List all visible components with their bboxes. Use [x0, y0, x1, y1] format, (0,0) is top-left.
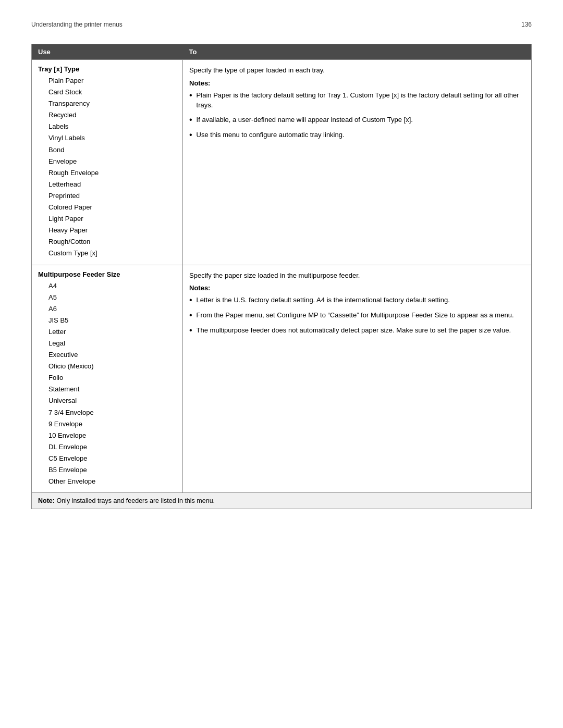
notes-label-2: Notes: [189, 284, 525, 292]
table-row-2: Multipurpose Feeder SizeA4A5A6JIS B5Lett… [32, 265, 532, 493]
list-item: DL Envelope [38, 441, 176, 453]
left-cell-1: Tray [x] TypePlain PaperCard StockTransp… [32, 60, 183, 265]
left-cell-2: Multipurpose Feeder SizeA4A5A6JIS B5Lett… [32, 265, 183, 493]
col1-header: Use [32, 44, 183, 60]
list-item: A5 [38, 292, 176, 303]
main-table: Use To Tray [x] TypePlain PaperCard Stoc… [31, 44, 532, 509]
list-item: Other Envelope [38, 476, 176, 487]
row-label-2: Multipurpose Feeder Size [38, 270, 176, 278]
list-item: Light Paper [38, 213, 176, 225]
list-item: Rough Envelope [38, 167, 176, 179]
list-item: A6 [38, 303, 176, 315]
list-item: The multipurpose feeder does not automat… [189, 325, 525, 336]
list-item: 9 Envelope [38, 418, 176, 430]
list-item: Rough/Cotton [38, 236, 176, 248]
right-cell-2: Specify the paper size loaded in the mul… [183, 265, 532, 493]
list-item: 10 Envelope [38, 430, 176, 441]
list-item: Use this menu to configure automatic tra… [189, 130, 525, 141]
list-item: Colored Paper [38, 202, 176, 213]
header-left: Understanding the printer menus [31, 21, 123, 28]
list-item: Transparency [38, 98, 176, 109]
list-item: Custom Type [x] [38, 248, 176, 259]
list-item: Letterhead [38, 179, 176, 190]
list-item: From the Paper menu, set Configure MP to… [189, 310, 525, 321]
list-item: Folio [38, 372, 176, 384]
list-item: C5 Envelope [38, 453, 176, 464]
right-cell-1: Specify the type of paper loaded in each… [183, 60, 532, 265]
list-item: JIS B5 [38, 315, 176, 326]
row-label-1: Tray [x] Type [38, 65, 176, 73]
list-item: Envelope [38, 156, 176, 167]
col2-header: To [183, 44, 532, 60]
list-item: Bond [38, 144, 176, 156]
list-item: Plain Paper [38, 75, 176, 87]
row-desc-2: Specify the paper size loaded in the mul… [189, 272, 360, 279]
list-item: Letter is the U.S. factory default setti… [189, 295, 525, 306]
row-desc-1: Specify the type of paper loaded in each… [189, 66, 325, 74]
table-row-1: Tray [x] TypePlain PaperCard StockTransp… [32, 60, 532, 265]
notes-label-1: Notes: [189, 79, 525, 87]
list-item: Plain Paper is the factory default setti… [189, 90, 525, 110]
list-item: Heavy Paper [38, 225, 176, 236]
list-item: Card Stock [38, 87, 176, 98]
list-item: Executive [38, 349, 176, 361]
list-item: Letter [38, 326, 176, 338]
notes-list-1: Plain Paper is the factory default setti… [189, 90, 525, 141]
list-item: Statement [38, 384, 176, 395]
list-item: B5 Envelope [38, 464, 176, 476]
notes-list-2: Letter is the U.S. factory default setti… [189, 295, 525, 336]
list-item: Vinyl Labels [38, 132, 176, 144]
list-item: 7 3/4 Envelope [38, 407, 176, 418]
list-item: Universal [38, 395, 176, 406]
page-number: 136 [521, 21, 532, 28]
list-item: If available, a user-defined name will a… [189, 115, 525, 126]
list-item: Labels [38, 121, 176, 132]
list-item: Oficio (Mexico) [38, 361, 176, 372]
list-item: Legal [38, 338, 176, 349]
list-item: A4 [38, 280, 176, 292]
list-item: Recycled [38, 109, 176, 121]
footer-note: Note: Only installed trays and feeders a… [32, 493, 532, 509]
list-item: Preprinted [38, 190, 176, 202]
